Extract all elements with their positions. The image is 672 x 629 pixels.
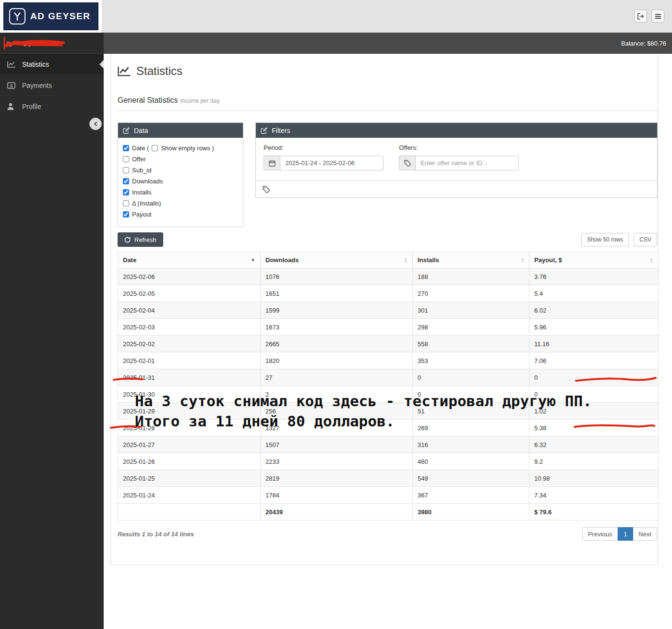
table-row: 2025-01-30200	[118, 386, 659, 403]
column-header-payout-[interactable]: Payout, $▲▼	[529, 252, 659, 268]
logo[interactable]: AD GEYSER	[0, 0, 102, 33]
table-cell: 3.76	[529, 268, 659, 285]
table-row: 2025-01-29256511.02	[118, 403, 659, 420]
show-rows-button[interactable]: Show 50 rows	[581, 233, 629, 246]
option-checkbox[interactable]	[152, 145, 158, 151]
column-header-downloads[interactable]: Downloads▲▼	[261, 252, 413, 268]
table-cell: 367	[413, 487, 529, 504]
refresh-button-label: Refresh	[134, 236, 156, 243]
logo-text: AD GEYSER	[30, 11, 90, 22]
divider	[118, 110, 657, 111]
logout-icon	[637, 13, 644, 20]
user-email[interactable]: ayslia@yandex.ru	[0, 33, 104, 54]
table-cell: 1.02	[529, 403, 659, 420]
table-cell: 9.2	[529, 453, 659, 470]
table-row: 2025-01-2622334609.2	[118, 453, 659, 470]
table-cell: 6.02	[529, 302, 659, 319]
option-checkbox[interactable]	[123, 200, 129, 206]
csv-export-button[interactable]: CSV	[634, 233, 657, 246]
table-cell: 549	[413, 470, 529, 487]
table-cell: 2	[261, 386, 413, 403]
filters-panel-title: Filters	[272, 127, 290, 134]
tag-icon	[263, 186, 270, 193]
filters-fields: Period: Offers:	[256, 138, 657, 181]
section-subtitle: income per day	[180, 97, 219, 104]
table-cell: 2025-01-25	[118, 470, 261, 487]
table-cell: 188	[413, 268, 529, 285]
table-total-row: 204393980$ 79.6	[118, 504, 659, 520]
table-cell: 51	[413, 403, 529, 420]
option-checkbox[interactable]	[123, 156, 129, 162]
top-bar: AD GEYSER	[0, 0, 672, 33]
statistics-table: Date▼Downloads▲▼Installs▲▼Payout, $▲▼ 20…	[118, 252, 659, 520]
filters-panel: Filters Period:	[255, 122, 658, 198]
table-cell: 0	[529, 369, 659, 386]
option-checkbox[interactable]	[123, 167, 129, 173]
section-title: General Statistics	[118, 96, 178, 104]
svg-text:$: $	[10, 83, 13, 88]
table-cell: 1820	[261, 352, 413, 369]
next-page-button[interactable]: Next	[633, 527, 657, 541]
sidebar-item-payments[interactable]: $Payments	[0, 75, 104, 96]
table-row: 2025-02-0118203537.06	[118, 352, 659, 369]
table-body: 2025-02-0610761883.762025-02-0516512705.…	[118, 268, 659, 504]
total-cell: 20439	[261, 504, 413, 520]
table-toolbar: Refresh Show 50 rows CSV	[118, 232, 657, 247]
current-page-button[interactable]: 1	[618, 527, 633, 541]
logout-button[interactable]	[634, 10, 647, 23]
table-cell: 1599	[261, 302, 413, 319]
page-title-text: Statistics	[136, 64, 182, 78]
calendar-icon	[264, 156, 280, 170]
option-checkbox[interactable]	[123, 189, 129, 195]
data-panel-header: Data	[118, 123, 243, 138]
tag-icon	[399, 156, 415, 170]
offers-input[interactable]	[415, 156, 519, 170]
sidebar-item-statistics[interactable]: Statistics	[0, 54, 104, 75]
user-email-text: ayslia@yandex.ru	[6, 39, 56, 47]
data-panel-title: Data	[134, 127, 148, 134]
total-cell: 3980	[413, 504, 529, 520]
sidebar-item-label: Payments	[22, 82, 52, 89]
table-cell: 460	[413, 453, 529, 470]
table-cell: 6.32	[529, 436, 659, 453]
column-header-date[interactable]: Date▼	[118, 252, 261, 268]
sort-toggle-icon: ▲▼	[404, 257, 408, 263]
option-checkbox[interactable]	[123, 145, 129, 151]
table-cell: 7.34	[529, 487, 659, 504]
sidebar-item-profile[interactable]: Profile	[0, 96, 104, 117]
filters-panel-header: Filters	[256, 123, 657, 138]
chevron-left-icon	[94, 121, 98, 126]
column-header-installs[interactable]: Installs▲▼	[413, 252, 529, 268]
option-label: Installs	[132, 189, 151, 196]
menu-button[interactable]	[651, 10, 664, 23]
edit-icon	[123, 127, 130, 134]
data-option-row: Offer	[123, 154, 238, 165]
total-cell: $ 79.6	[529, 504, 659, 520]
option-checkbox[interactable]	[123, 211, 129, 218]
sidebar-item-label: Profile	[22, 103, 41, 110]
table-cell: 2025-02-05	[118, 285, 261, 302]
sidebar-collapse-button[interactable]	[89, 118, 102, 130]
period-input[interactable]	[280, 156, 384, 170]
table-cell: 5.4	[529, 285, 659, 302]
table-cell: 1076	[261, 268, 413, 285]
table-cell: 256	[261, 403, 413, 420]
table-cell: 2025-01-26	[118, 453, 261, 470]
refresh-button[interactable]: Refresh	[118, 232, 163, 247]
data-option-row: Δ (Installs)	[123, 198, 238, 209]
table-cell: 2025-01-28	[118, 420, 261, 436]
table-cell: 7.06	[529, 352, 659, 369]
offers-field-group: Offers:	[399, 144, 519, 170]
table-row: 2025-01-2715073166.32	[118, 436, 659, 453]
table-cell: 2025-02-03	[118, 319, 261, 336]
table-row: 2025-02-02266555811.16	[118, 336, 659, 352]
option-checkbox[interactable]	[123, 178, 129, 184]
table-row: 2025-01-25281954910.98	[118, 470, 659, 487]
previous-page-button[interactable]: Previous	[582, 527, 618, 541]
period-field-group: Period:	[264, 144, 384, 170]
section-heading: General Statisticsincome per day	[118, 96, 658, 105]
table-cell: 11.16	[529, 336, 659, 352]
table-cell: 2025-02-04	[118, 302, 261, 319]
table-cell: 316	[413, 436, 529, 453]
data-option-row: Date (Show empty rows )	[123, 143, 238, 154]
